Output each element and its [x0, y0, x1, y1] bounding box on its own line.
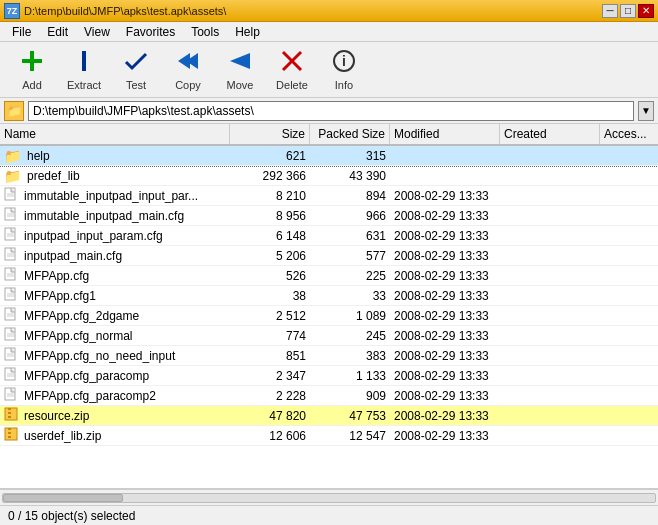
window-title: D:\temp\build\JMFP\apks\test.apk\assets\	[24, 5, 226, 17]
file-size-cell: 851	[230, 346, 310, 365]
menu-item-file[interactable]: File	[4, 23, 39, 41]
table-row[interactable]: MFPApp.cfg5262252008-02-29 13:33	[0, 266, 658, 286]
file-size-cell: 8 210	[230, 186, 310, 205]
file-name-text: userdef_lib.zip	[24, 429, 101, 443]
table-row[interactable]: inputpad_main.cfg5 2065772008-02-29 13:3…	[0, 246, 658, 266]
file-size-cell: 2 228	[230, 386, 310, 405]
col-header-packed_size[interactable]: Packed Size	[310, 124, 390, 144]
svg-rect-45	[8, 412, 11, 414]
horizontal-scrollbar[interactable]	[0, 489, 658, 505]
table-row[interactable]: MFPApp.cfg_paracomp2 3471 1332008-02-29 …	[0, 366, 658, 386]
svg-rect-1	[22, 59, 42, 63]
file-name-text: MFPApp.cfg	[24, 269, 89, 283]
toolbar: AddExtractTestCopyMoveDeleteiInfo	[0, 42, 658, 98]
file-packed-cell: 12 547	[310, 426, 390, 445]
col-header-created[interactable]: Created	[500, 124, 600, 144]
delete-button[interactable]: Delete	[268, 46, 316, 94]
status-bar: 0 / 15 object(s) selected	[0, 505, 658, 525]
svg-rect-44	[8, 408, 11, 410]
file-packed-cell: 966	[310, 206, 390, 225]
table-row[interactable]: inputpad_input_param.cfg6 1486312008-02-…	[0, 226, 658, 246]
copy-button[interactable]: Copy	[164, 46, 212, 94]
file-created-cell	[500, 406, 600, 425]
table-row[interactable]: MFPApp.cfg_normal7742452008-02-29 13:33	[0, 326, 658, 346]
file-name-text: MFPApp.cfg1	[24, 289, 96, 303]
table-row[interactable]: MFPApp.cfg_no_need_input8513832008-02-29…	[0, 346, 658, 366]
file-icon	[4, 207, 18, 224]
menu-item-view[interactable]: View	[76, 23, 118, 41]
file-access-cell	[600, 166, 658, 185]
file-packed-cell: 894	[310, 186, 390, 205]
col-header-name[interactable]: Name	[0, 124, 230, 144]
menu-item-favorites[interactable]: Favorites	[118, 23, 183, 41]
move-button[interactable]: Move	[216, 46, 264, 94]
col-header-size[interactable]: Size	[230, 124, 310, 144]
file-size-cell: 526	[230, 266, 310, 285]
file-name-cell: immutable_inputpad_input_par...	[0, 186, 230, 205]
table-row[interactable]: resource.zip47 82047 7532008-02-29 13:33	[0, 406, 658, 426]
col-header-modified[interactable]: Modified	[390, 124, 500, 144]
table-row[interactable]: immutable_inputpad_input_par...8 2108942…	[0, 186, 658, 206]
test-button[interactable]: Test	[112, 46, 160, 94]
title-bar: 7Z D:\temp\build\JMFP\apks\test.apk\asse…	[0, 0, 658, 22]
file-packed-cell: 245	[310, 326, 390, 345]
file-name-cell: inputpad_main.cfg	[0, 246, 230, 265]
address-bar: 📁 ▼	[0, 98, 658, 124]
file-icon	[4, 227, 18, 244]
maximize-button[interactable]: □	[620, 4, 636, 18]
file-created-cell	[500, 266, 600, 285]
file-created-cell	[500, 166, 600, 185]
file-created-cell	[500, 186, 600, 205]
file-packed-cell: 33	[310, 286, 390, 305]
close-button[interactable]: ✕	[638, 4, 654, 18]
file-icon	[4, 267, 18, 284]
file-modified-cell: 2008-02-29 13:33	[390, 206, 500, 225]
file-name-cell: MFPApp.cfg_no_need_input	[0, 346, 230, 365]
file-created-cell	[500, 286, 600, 305]
file-modified-cell: 2008-02-29 13:33	[390, 266, 500, 285]
table-row[interactable]: userdef_lib.zip12 60612 5472008-02-29 13…	[0, 426, 658, 446]
content-wrapper: NameSizePacked SizeModifiedCreatedAcces.…	[0, 124, 658, 489]
col-header-access[interactable]: Acces...	[600, 124, 658, 144]
zip-icon	[4, 427, 18, 444]
file-name-text: MFPApp.cfg_normal	[24, 329, 133, 343]
file-name-text: MFPApp.cfg_paracomp2	[24, 389, 156, 403]
table-row[interactable]: immutable_inputpad_main.cfg8 9569662008-…	[0, 206, 658, 226]
add-button[interactable]: Add	[8, 46, 56, 94]
address-input[interactable]	[28, 101, 634, 121]
file-name-cell: MFPApp.cfg	[0, 266, 230, 285]
address-dropdown[interactable]: ▼	[638, 101, 654, 121]
table-row[interactable]: MFPApp.cfg_paracomp22 2289092008-02-29 1…	[0, 386, 658, 406]
minimize-button[interactable]: ─	[602, 4, 618, 18]
menu-item-help[interactable]: Help	[227, 23, 268, 41]
title-controls: ─ □ ✕	[602, 4, 654, 18]
menu-item-edit[interactable]: Edit	[39, 23, 76, 41]
info-button[interactable]: iInfo	[320, 46, 368, 94]
delete-label: Delete	[276, 79, 308, 91]
folder-icon: 📁	[4, 168, 21, 184]
file-name-cell: 📁predef_lib	[0, 166, 230, 185]
file-access-cell	[600, 146, 658, 165]
file-name-text: MFPApp.cfg_paracomp	[24, 369, 149, 383]
table-row[interactable]: 📁predef_lib292 36643 390	[0, 166, 658, 186]
extract-button[interactable]: Extract	[60, 46, 108, 94]
add-icon	[20, 49, 44, 77]
file-name-text: immutable_inputpad_main.cfg	[24, 209, 184, 223]
file-created-cell	[500, 386, 600, 405]
file-modified-cell	[390, 146, 500, 165]
status-text: 0 / 15 object(s) selected	[8, 509, 135, 523]
info-label: Info	[335, 79, 353, 91]
file-icon	[4, 327, 18, 344]
menu-item-tools[interactable]: Tools	[183, 23, 227, 41]
file-size-cell: 12 606	[230, 426, 310, 445]
file-size-cell: 774	[230, 326, 310, 345]
table-row[interactable]: MFPApp.cfg_2dgame2 5121 0892008-02-29 13…	[0, 306, 658, 326]
menu-bar: FileEditViewFavoritesToolsHelp	[0, 22, 658, 42]
add-label: Add	[22, 79, 42, 91]
table-row[interactable]: 📁help621315	[0, 146, 658, 166]
scrollbar-thumb[interactable]	[3, 494, 123, 502]
file-packed-cell: 47 753	[310, 406, 390, 425]
svg-rect-49	[8, 432, 11, 434]
file-area[interactable]: NameSizePacked SizeModifiedCreatedAcces.…	[0, 124, 658, 489]
table-row[interactable]: MFPApp.cfg138332008-02-29 13:33	[0, 286, 658, 306]
